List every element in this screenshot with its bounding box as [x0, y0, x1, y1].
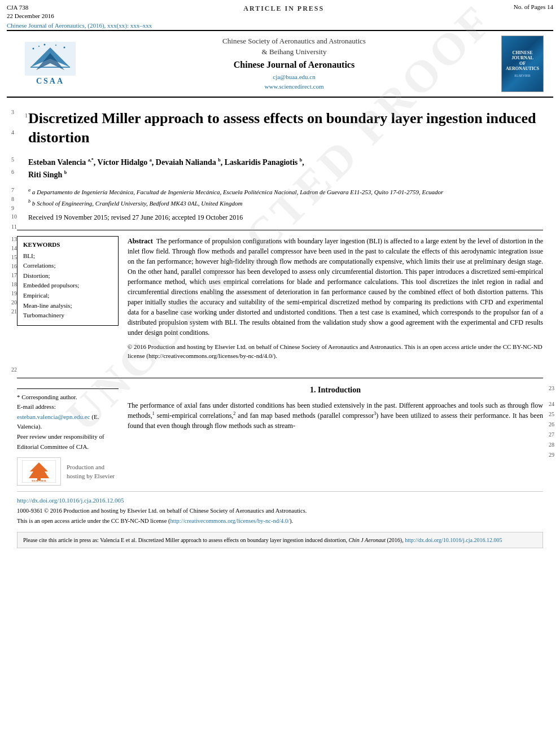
keyword-5: Empirical;	[23, 291, 112, 301]
keywords-box: KEYWORDS BLI; Correlations; Distortion; …	[17, 236, 119, 326]
affiliation-a: a a Departamento de Ingeniería Mecánica,…	[28, 187, 543, 196]
keyword-2: Correlations;	[23, 261, 112, 271]
license-text: This is an open access article under the…	[17, 516, 543, 526]
line-24: 24	[549, 400, 554, 408]
line-9: 9	[11, 205, 14, 211]
cover-subtitle: ELSEVIER	[514, 74, 530, 77]
line-17: 17	[11, 272, 17, 278]
email-link[interactable]: esteban.valencia@epn.edu.ec	[17, 413, 90, 420]
received-section: 10 11 Received 19 November 2015; revised…	[17, 213, 543, 222]
line-27: 27	[549, 430, 554, 439]
journal-links: cja@buaa.edu.cn www.sciencedirect.com	[93, 72, 496, 92]
line-25: 25	[549, 410, 554, 418]
author-sup-b3: b	[64, 170, 67, 175]
keyword-7: Turbomachinery	[23, 311, 112, 321]
author-sup-b1: b	[218, 158, 220, 163]
authors: Esteban Valencia a,*, Víctor Hidalgo a, …	[28, 156, 543, 182]
line-19: 19	[11, 290, 17, 296]
journal-cover-area: CHINESEJOURNALOFAERONAUTICS ELSEVIER	[501, 36, 546, 92]
journal-citation: Chinese Journal of Aeronautics, (2016), …	[7, 22, 152, 29]
line-7: 7	[11, 187, 14, 193]
journal-web[interactable]: www.sciencedirect.com	[265, 83, 324, 90]
abstract-label: Abstract	[128, 237, 153, 245]
line-22: 22	[11, 366, 17, 373]
keyword-4: Embedded propulsors;	[23, 281, 112, 291]
received-dates: Received 19 November 2015; revised 27 Ju…	[28, 213, 543, 222]
citation-doi-link[interactable]: http://dx.doi.org/10.1016/j.cja.2016.12.…	[405, 537, 502, 543]
line-13: 13	[11, 236, 17, 242]
keyword-1: BLI;	[23, 251, 112, 261]
line-14: 14	[11, 245, 17, 251]
keywords-abstract-section: 13 14 15 16 17 18 19 20 21 KEYWORDS BLI;…	[17, 236, 543, 361]
line-16: 16	[11, 263, 17, 269]
elsevier-logo-svg: ELSEVIER	[22, 460, 56, 483]
svg-point-8	[64, 46, 65, 48]
csaa-text-label: CSAA	[36, 77, 64, 86]
journal-cover-image: CHINESEJOURNALOFAERONAUTICS ELSEVIER	[501, 36, 544, 92]
abstract-section: Abstract The performance of propulsion c…	[128, 236, 543, 338]
line-26: 26	[549, 420, 554, 429]
svg-point-5	[38, 46, 40, 47]
elsevier-publish-text: Production and hosting by Elsevier	[67, 462, 119, 481]
article-title: Discretized Miller approach to assess ef…	[28, 109, 543, 147]
footnote-peer: Peer review under responsibility of Edit…	[17, 432, 119, 452]
affiliation-b: b b School of Engineering, Cranfield Uni…	[28, 198, 543, 208]
elsevier-section: ELSEVIER Production and hosting by Elsev…	[17, 457, 119, 486]
footnote-star: * Corresponding author.	[17, 392, 119, 403]
keywords-title: KEYWORDS	[23, 241, 112, 248]
introduction-section: * Corresponding author. E-mail address: …	[17, 384, 543, 486]
keywords-column: KEYWORDS BLI; Correlations; Distortion; …	[17, 236, 119, 361]
main-content: 1 3 4 Discretized Miller approach to ass…	[0, 109, 560, 548]
line-21: 21	[11, 308, 17, 314]
abstract-column: Abstract The performance of propulsion c…	[128, 236, 543, 361]
page-count: No. of Pages 14	[514, 3, 553, 10]
svg-point-6	[44, 43, 46, 45]
line-6: 6	[11, 169, 14, 175]
keyword-6: Mean-line analysis;	[23, 301, 112, 311]
line-20: 20	[11, 299, 17, 305]
publish-date: 22 December 2016	[7, 12, 54, 20]
line-3: 3	[11, 109, 14, 115]
introduction-heading: 1. Introduction	[128, 384, 543, 396]
journal-link-bar: Chinese Journal of Aeronautics, (2016), …	[0, 21, 560, 30]
line-4: 4	[11, 129, 14, 136]
svg-text:ELSEVIER: ELSEVIER	[32, 479, 46, 482]
top-bar: CJA 738 22 December 2016 ARTICLE IN PRES…	[0, 0, 560, 21]
elsevier-logo: ELSEVIER	[17, 457, 61, 486]
keyword-3: Distortion;	[23, 271, 112, 281]
authors-section: 5 6 Esteban Valencia a,*, Víctor Hidalgo…	[17, 156, 543, 182]
author-sup-a1: a,*	[88, 158, 94, 163]
article-title-section: 3 4 Discretized Miller approach to asses…	[17, 109, 543, 147]
footnotes: * Corresponding author. E-mail address: …	[17, 388, 119, 452]
author-sup-a2: a	[150, 158, 152, 163]
journal-title: Chinese Journal of Aeronautics	[93, 60, 496, 70]
journal-header: CSAA Chinese Society of Aeronautics and …	[7, 30, 553, 98]
affiliations-section: 7 8 9 a a Departamento de Ingeniería Mec…	[17, 187, 543, 207]
introduction-text: The performance of axial fans under dist…	[128, 400, 543, 431]
author-sup-b2: b	[300, 158, 302, 163]
line-28: 28	[549, 440, 554, 449]
top-bar-left: CJA 738 22 December 2016	[7, 3, 54, 21]
cja-number: CJA 738	[7, 3, 54, 12]
line-18: 18	[11, 281, 17, 287]
footnote-email: E-mail address: esteban.valencia@epn.edu…	[17, 402, 119, 432]
csaa-logo-area: CSAA	[14, 42, 87, 86]
org-name: Chinese Society of Aeronautics and Astro…	[93, 36, 496, 58]
journal-header-center: Chinese Society of Aeronautics and Astro…	[87, 36, 501, 92]
issn-text: 1000-9361 © 2016 Production and hosting …	[17, 506, 543, 516]
csaa-logo: CSAA	[14, 42, 87, 86]
copyright-text: © 2016 Production and hosting by Elsevie…	[128, 342, 543, 361]
abstract-text: The performance of propulsion configurat…	[128, 237, 543, 337]
citation-text: Please cite this article in press as: Va…	[23, 537, 502, 543]
line-11: 11	[11, 224, 17, 230]
line-5: 5	[11, 156, 14, 163]
license-link[interactable]: http://creativecommons.org/licenses/by-n…	[170, 518, 290, 524]
line-8: 8	[11, 196, 14, 202]
citation-bar: Please cite this article in press as: Va…	[17, 532, 543, 548]
journal-email[interactable]: cja@buaa.edu.cn	[273, 73, 315, 80]
line-10: 10	[11, 213, 17, 220]
svg-point-7	[55, 45, 56, 46]
line-23: 23	[549, 384, 554, 392]
line-29: 29	[549, 451, 554, 459]
doi-link[interactable]: http://dx.doi.org/10.1016/j.cja.2016.12.…	[17, 495, 543, 506]
